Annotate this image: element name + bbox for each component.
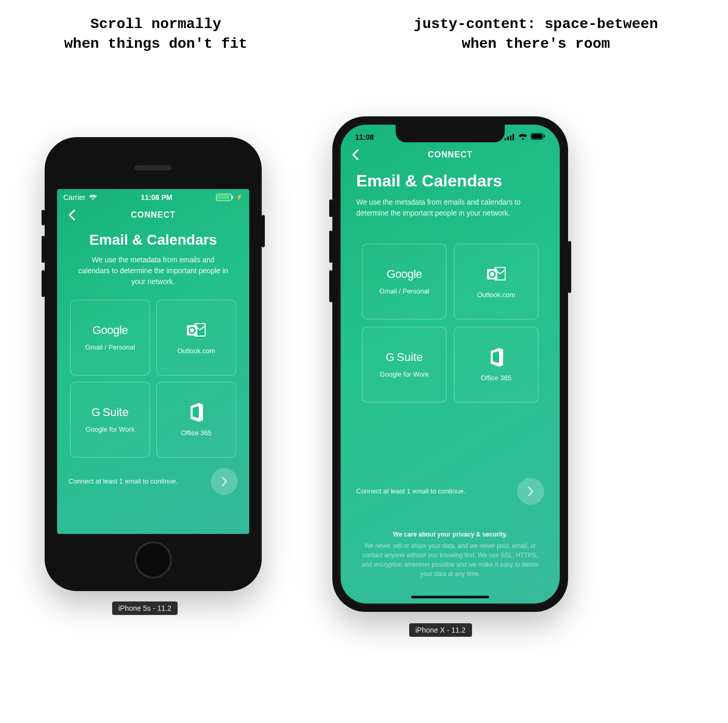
provider-office365[interactable]: Office 365 — [454, 327, 538, 403]
provider-grid: Google Gmail / Personal Outlook.com G Su… — [362, 244, 538, 403]
svg-rect-9 — [532, 134, 542, 139]
privacy-note: We care about your privacy & security. W… — [356, 530, 544, 588]
caption-right-line2: when there's room — [462, 36, 610, 52]
provider-gsuite[interactable]: G Suite Google for Work — [70, 382, 150, 458]
provider-office365[interactable]: Office 365 — [156, 382, 236, 458]
hw-notch — [396, 125, 505, 142]
battery-icon — [531, 133, 545, 141]
page-header: Email & Calendars We use the metadata fr… — [69, 226, 238, 287]
caption-left: Scroll normally when things don't fit — [31, 15, 280, 54]
hw-power-button — [262, 215, 265, 247]
google-logo-icon: Google — [92, 324, 128, 337]
next-button[interactable] — [211, 468, 238, 495]
caption-right: justy-content: space-between when there'… — [375, 15, 697, 54]
next-button[interactable] — [517, 478, 544, 505]
chevron-right-icon — [527, 486, 534, 497]
device-iphone5s: Carrier 11:08 PM ⚡ CONNECT — [45, 137, 262, 591]
status-bar: Carrier 11:08 PM ⚡ — [57, 189, 249, 204]
gsuite-logo-icon: G Suite — [386, 351, 423, 364]
provider-label: Gmail / Personal — [379, 287, 429, 295]
footer-hint: Connect at least 1 email to continue. — [356, 487, 465, 495]
hw-power-button — [568, 241, 571, 293]
nav-bar: CONNECT — [57, 204, 249, 226]
provider-gsuite[interactable]: G Suite Google for Work — [362, 327, 447, 403]
carrier-label: Carrier — [63, 193, 86, 202]
gsuite-logo-icon: G Suite — [91, 406, 128, 419]
screen: Carrier 11:08 PM ⚡ CONNECT — [57, 189, 249, 534]
google-logo-icon: Google — [387, 267, 422, 281]
svg-rect-4 — [505, 138, 506, 140]
footer-row: Connect at least 1 email to continue. — [356, 478, 544, 505]
device-label-iphonex: iPhone X - 11.2 — [409, 623, 472, 637]
provider-google[interactable]: Google Gmail / Personal — [362, 244, 447, 319]
outlook-logo-icon — [486, 264, 507, 285]
svg-rect-6 — [510, 136, 511, 140]
provider-outlook[interactable]: Outlook.com — [454, 244, 538, 319]
provider-google[interactable]: Google Gmail / Personal — [70, 300, 150, 376]
provider-label: Office 365 — [181, 429, 211, 437]
caption-right-line1: justy-content: space-between — [414, 16, 658, 32]
wifi-icon — [518, 134, 528, 140]
hw-volume-up — [329, 231, 332, 263]
screen: 11:08 CONNECT — [341, 125, 560, 604]
back-button[interactable] — [64, 208, 79, 222]
privacy-title: We care about your privacy & security. — [360, 530, 540, 539]
device-label-iphone5s: iPhone 5s - 11.2 — [112, 601, 178, 615]
provider-label: Office 365 — [481, 374, 511, 382]
office-logo-icon — [186, 402, 207, 423]
chevron-right-icon — [221, 476, 228, 487]
device-iphonex: 11:08 CONNECT — [332, 116, 568, 612]
svg-rect-7 — [513, 134, 514, 140]
home-indicator[interactable] — [411, 596, 489, 598]
provider-outlook[interactable]: Outlook.com — [156, 300, 236, 376]
provider-label: Outlook.com — [477, 291, 515, 299]
hw-mute-switch — [329, 199, 332, 217]
hw-mute-switch — [42, 210, 45, 225]
captions-row: Scroll normally when things don't fit ju… — [0, 0, 728, 54]
chevron-left-icon — [68, 209, 75, 221]
content-scroll[interactable]: Email & Calendars We use the metadata fr… — [57, 226, 249, 534]
chevron-left-icon — [352, 149, 359, 160]
svg-rect-10 — [544, 135, 545, 138]
nav-title: CONNECT — [428, 150, 473, 159]
page-subtitle: We use the metadata from emails and cale… — [356, 197, 533, 219]
clock: 11:08 PM — [141, 193, 172, 202]
hw-volume-down — [42, 270, 45, 297]
charging-icon: ⚡ — [236, 194, 243, 200]
caption-left-line1: Scroll normally — [90, 16, 221, 32]
outlook-logo-icon — [186, 320, 207, 341]
privacy-body: We never sell or share your data, and we… — [362, 542, 539, 578]
provider-label: Google for Work — [86, 425, 134, 433]
wifi-icon — [89, 194, 97, 200]
provider-label: Outlook.com — [178, 347, 215, 355]
hw-volume-down — [329, 270, 332, 302]
svg-rect-5 — [507, 137, 509, 140]
provider-grid: Google Gmail / Personal Outlook.com G Su… — [70, 300, 236, 458]
nav-bar: CONNECT — [341, 143, 560, 166]
clock: 11:08 — [355, 133, 374, 141]
battery-icon — [216, 194, 232, 201]
hw-earpiece — [134, 165, 172, 170]
office-logo-icon — [486, 347, 507, 368]
page-header: Email & Calendars We use the metadata fr… — [356, 171, 544, 219]
nav-title: CONNECT — [131, 210, 176, 220]
cellular-icon — [505, 134, 515, 140]
hw-volume-up — [42, 236, 45, 263]
footer-hint: Connect at least 1 email to continue. — [69, 477, 178, 485]
content-area: Email & Calendars We use the metadata fr… — [341, 166, 560, 604]
footer-row: Connect at least 1 email to continue. — [69, 468, 238, 495]
hw-home-button[interactable] — [134, 541, 172, 579]
provider-label: Google for Work — [380, 370, 428, 378]
page-subtitle: We use the metadata from emails and cale… — [75, 255, 231, 287]
page-title: Email & Calendars — [356, 171, 544, 191]
provider-label: Gmail / Personal — [85, 343, 135, 351]
page-title: Email & Calendars — [69, 232, 238, 248]
caption-left-line2: when things don't fit — [64, 36, 248, 52]
back-button[interactable] — [348, 148, 362, 162]
